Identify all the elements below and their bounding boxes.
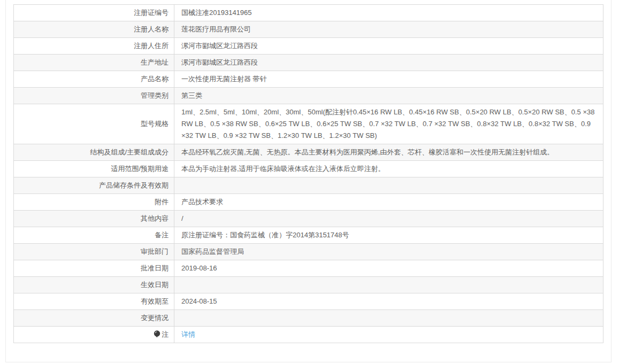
- row-label-cell: 有效期至: [14, 293, 174, 310]
- row-value-cell: /: [174, 211, 603, 227]
- row-value-cell: [174, 310, 603, 327]
- table-row: 适用范围/预期用途本品为手动注射器,适用于临床抽吸液体或在注入液体后立即注射。: [14, 161, 603, 177]
- row-value-cell: 莲花医疗用品有限公司: [174, 21, 603, 38]
- row-value-cell: 2024-08-15: [174, 293, 603, 310]
- row-label-cell: 管理类别: [14, 88, 174, 104]
- row-label-cell: 注册人名称: [14, 21, 174, 38]
- table-row: 变更情况: [14, 310, 603, 327]
- table-row: 注册证编号国械注准20193141965: [14, 5, 603, 21]
- row-label-cell: 注册证编号: [14, 5, 174, 21]
- table-row: 生产地址漯河市郾城区龙江路西段: [14, 55, 603, 71]
- row-value-cell: 详情: [174, 327, 603, 343]
- row-label-cell: 其他内容: [14, 211, 174, 227]
- row-label-cell: 型号规格: [14, 104, 174, 144]
- row-value-cell: [174, 177, 603, 194]
- row-value-cell: 原注册证编号：国食药监械（准）字2014第3151748号: [174, 227, 603, 244]
- table-row: 注册人住所漯河市郾城区龙江路西段: [14, 38, 603, 55]
- row-value-cell: [174, 277, 603, 293]
- row-value-cell: 国家药品监督管理局: [174, 244, 603, 260]
- row-label-cell: 注册人住所: [14, 38, 174, 55]
- row-label: 注: [162, 330, 169, 338]
- table-row: 管理类别第三类: [14, 88, 603, 104]
- row-value-cell: 第三类: [174, 88, 603, 104]
- row-label-cell: 结构及组成/主要组成成分: [14, 144, 174, 161]
- table-row: 审批部门国家药品监督管理局: [14, 244, 603, 260]
- row-label-cell: 批准日期: [14, 260, 174, 277]
- row-label-cell: 注: [14, 327, 174, 343]
- table-row: 备注原注册证编号：国食药监械（准）字2014第3151748号: [14, 227, 603, 244]
- row-value-cell: 2019-08-16: [174, 260, 603, 277]
- table-row: 注详情: [14, 327, 603, 343]
- row-value-cell: 漯河市郾城区龙江路西段: [174, 55, 603, 71]
- row-value-cell: 一次性使用无菌注射器 带针: [174, 71, 603, 88]
- row-value-cell: 产品技术要求: [174, 194, 603, 211]
- row-value-cell: 本品经环氧乙烷灭菌,无菌、无热原。本品主要材料为医用聚丙烯,由外套、芯杆、橡胶活…: [174, 144, 603, 161]
- row-label-cell: 变更情况: [14, 310, 174, 327]
- row-label-cell: 产品储存条件及有效期: [14, 177, 174, 194]
- table-row: 产品名称一次性使用无菌注射器 带针: [14, 71, 603, 88]
- content-panel: 注册证编号国械注准20193141965注册人名称莲花医疗用品有限公司注册人住所…: [5, 0, 612, 362]
- detail-link[interactable]: 详情: [181, 330, 195, 338]
- table-row: 注册人名称莲花医疗用品有限公司: [14, 21, 603, 38]
- note-balloon-icon: [154, 330, 160, 338]
- table-row: 附件产品技术要求: [14, 194, 603, 211]
- row-label-cell: 生产地址: [14, 55, 174, 71]
- table-row: 批准日期2019-08-16: [14, 260, 603, 277]
- row-value-cell: 本品为手动注射器,适用于临床抽吸液体或在注入液体后立即注射。: [174, 161, 603, 177]
- registration-info-table: 注册证编号国械注准20193141965注册人名称莲花医疗用品有限公司注册人住所…: [13, 4, 603, 343]
- row-label-cell: 附件: [14, 194, 174, 211]
- row-label-cell: 适用范围/预期用途: [14, 161, 174, 177]
- table-row: 型号规格1ml、2.5ml、5ml、10ml、20ml、30ml、50ml(配注…: [14, 104, 603, 144]
- table-row: 有效期至2024-08-15: [14, 293, 603, 310]
- row-label-cell: 审批部门: [14, 244, 174, 260]
- table-body: 注册证编号国械注准20193141965注册人名称莲花医疗用品有限公司注册人住所…: [14, 5, 603, 343]
- table-row: 生效日期: [14, 277, 603, 293]
- table-row: 其他内容/: [14, 211, 603, 227]
- table-row: 结构及组成/主要组成成分本品经环氧乙烷灭菌,无菌、无热原。本品主要材料为医用聚丙…: [14, 144, 603, 161]
- row-value-cell: 漯河市郾城区龙江路西段: [174, 38, 603, 55]
- row-label-cell: 产品名称: [14, 71, 174, 88]
- row-value-cell: 1ml、2.5ml、5ml、10ml、20ml、30ml、50ml(配注射针0.…: [174, 104, 603, 144]
- row-label-cell: 生效日期: [14, 277, 174, 293]
- row-value-cell: 国械注准20193141965: [174, 5, 603, 21]
- row-label-cell: 备注: [14, 227, 174, 244]
- table-row: 产品储存条件及有效期: [14, 177, 603, 194]
